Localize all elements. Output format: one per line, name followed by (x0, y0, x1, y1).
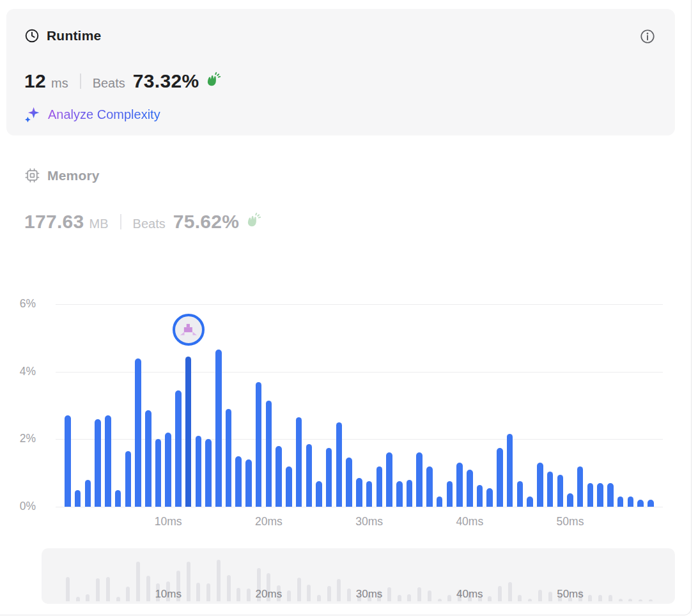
runtime-bar[interactable] (567, 493, 573, 507)
runtime-bar[interactable] (407, 480, 413, 507)
runtime-bar[interactable] (275, 446, 282, 507)
minimap-bar (528, 599, 532, 601)
runtime-bar[interactable] (527, 497, 533, 507)
minimap-bar (538, 590, 542, 601)
memory-header: Memory (24, 167, 100, 183)
minimap-bar (206, 583, 210, 601)
memory-title: Memory (47, 168, 100, 183)
runtime-bar[interactable] (607, 483, 614, 507)
sparkle-icon (24, 106, 41, 123)
runtime-bar[interactable] (245, 459, 252, 507)
minimap-bar (136, 562, 140, 601)
runtime-bar[interactable] (346, 458, 352, 507)
runtime-bar[interactable] (617, 497, 624, 507)
runtime-bar[interactable] (426, 466, 433, 507)
runtime-bar[interactable] (456, 463, 463, 507)
runtime-bar[interactable] (75, 490, 81, 507)
runtime-bar[interactable] (587, 483, 594, 507)
runtime-bar[interactable] (235, 456, 242, 507)
runtime-bar[interactable] (155, 439, 162, 507)
runtime-bar[interactable] (537, 463, 543, 507)
runtime-bar[interactable] (226, 409, 232, 507)
minimap-bar (649, 599, 653, 601)
runtime-bar[interactable] (467, 470, 473, 507)
runtime-bar[interactable] (648, 500, 654, 507)
runtime-bar[interactable] (266, 401, 272, 507)
runtime-bar[interactable] (437, 497, 443, 507)
runtime-bar[interactable] (637, 500, 644, 507)
runtime-bar[interactable] (376, 466, 383, 507)
runtime-bar[interactable] (316, 481, 322, 507)
runtime-bar[interactable] (416, 452, 423, 507)
minimap-bar (438, 599, 442, 601)
minimap-bar (86, 594, 89, 601)
runtime-bar[interactable] (477, 485, 483, 507)
runtime-bar[interactable] (497, 448, 503, 507)
runtime-bar[interactable] (386, 452, 392, 507)
runtime-bar[interactable] (205, 439, 212, 507)
analyze-complexity-label: Analyze Complexity (48, 107, 160, 122)
minimap-bar (196, 583, 200, 601)
runtime-bar[interactable] (396, 481, 403, 507)
runtime-bar[interactable] (507, 434, 513, 507)
memory-section[interactable]: Memory 177.63 MB Beats 75.62% (24, 167, 100, 183)
runtime-bar[interactable] (296, 417, 302, 507)
runtime-bar[interactable] (95, 419, 101, 507)
runtime-bar[interactable] (286, 466, 292, 507)
gridline (56, 372, 663, 373)
runtime-bar[interactable] (215, 350, 222, 507)
runtime-bar[interactable] (115, 490, 121, 507)
runtime-bar[interactable] (557, 475, 564, 507)
divider (80, 73, 81, 89)
y-axis-label: 6% (5, 297, 36, 311)
runtime-bar[interactable] (547, 472, 554, 507)
runtime-bar[interactable] (85, 480, 91, 507)
runtime-bar[interactable] (105, 415, 111, 507)
analyze-complexity-link[interactable]: Analyze Complexity (24, 106, 160, 123)
runtime-bar[interactable] (447, 481, 453, 507)
runtime-bar[interactable] (577, 466, 584, 507)
x-axis-label: 10ms (146, 515, 190, 528)
distribution-minimap[interactable]: 10ms20ms30ms40ms50ms (42, 548, 675, 604)
memory-beats-value: 75.62% (173, 211, 240, 233)
x-axis-label: 50ms (548, 515, 593, 528)
runtime-bar[interactable] (65, 415, 71, 507)
runtime-bar[interactable] (486, 488, 493, 507)
minimap-bar (307, 585, 311, 601)
runtime-title: Runtime (47, 28, 101, 43)
runtime-bar[interactable] (628, 497, 634, 507)
info-icon[interactable] (639, 28, 656, 45)
minimap-bar (428, 590, 431, 601)
runtime-bar[interactable] (135, 358, 141, 507)
runtime-bar[interactable] (175, 390, 182, 507)
submission-result-pane: Runtime 12 ms Beats 73.32% (0, 0, 692, 615)
minimap-bar (116, 597, 120, 601)
highlighted-runtime-bar[interactable] (185, 357, 192, 507)
clap-icon (205, 72, 222, 91)
runtime-bar[interactable] (366, 481, 373, 507)
minimap-bar (407, 594, 411, 601)
runtime-bar[interactable] (256, 382, 262, 507)
runtime-bar[interactable] (597, 483, 603, 507)
runtime-bar[interactable] (306, 444, 313, 507)
minimap-axis-label: 40ms (447, 588, 492, 601)
runtime-bar[interactable] (336, 422, 343, 507)
runtime-bar[interactable] (356, 478, 362, 507)
runtime-unit: ms (51, 76, 68, 91)
minimap-bar (598, 595, 602, 601)
x-axis-label: 20ms (246, 515, 291, 528)
runtime-bar[interactable] (326, 448, 332, 507)
beats-label: Beats (93, 76, 125, 91)
runtime-bar[interactable] (165, 433, 171, 507)
runtime-bar[interactable] (517, 481, 524, 507)
memory-clap-icon (245, 212, 263, 232)
x-axis-label: 30ms (347, 515, 392, 528)
minimap-bar (398, 595, 401, 602)
runtime-bar[interactable] (196, 436, 202, 507)
clock-icon (24, 28, 40, 43)
runtime-bar[interactable] (125, 451, 132, 507)
runtime-bar[interactable] (145, 410, 151, 507)
minimap-bar (619, 599, 623, 601)
memory-beats-label: Beats (133, 217, 166, 231)
minimap-bar (237, 588, 240, 601)
